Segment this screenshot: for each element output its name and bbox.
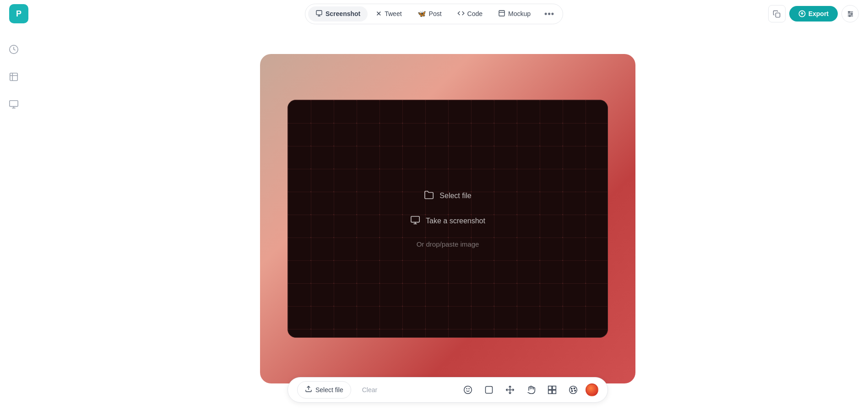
- tab-screenshot-label: Screenshot: [326, 10, 360, 17]
- tab-post[interactable]: 🦋 Post: [410, 6, 449, 21]
- folder-icon: [424, 190, 434, 202]
- take-screenshot-option[interactable]: Take a screenshot: [410, 215, 485, 227]
- svg-point-32: [574, 388, 575, 389]
- more-options-button[interactable]: •••: [539, 6, 560, 22]
- drop-paste-hint: Or drop/paste image: [417, 240, 479, 248]
- svg-rect-27: [553, 386, 556, 390]
- toolbar-clear-button[interactable]: Clear: [353, 383, 386, 397]
- select-file-option[interactable]: Select file: [424, 190, 471, 202]
- settings-button[interactable]: [841, 5, 859, 22]
- svg-point-9: [848, 11, 850, 12]
- svg-point-10: [851, 13, 852, 15]
- code-icon: [457, 10, 465, 18]
- svg-point-33: [575, 390, 576, 391]
- move-button[interactable]: [501, 381, 519, 399]
- sidebar-monitor-icon[interactable]: [5, 96, 22, 113]
- monitor-icon: [410, 215, 420, 227]
- app-logo[interactable]: P: [9, 4, 28, 23]
- toolbar-select-file-button[interactable]: Select file: [297, 381, 351, 399]
- mockup-icon: [498, 10, 505, 18]
- hand-button[interactable]: [522, 381, 540, 399]
- tab-tweet-label: Tweet: [385, 10, 401, 17]
- svg-point-11: [849, 15, 850, 16]
- bottom-toolbar: Select file Clear: [288, 377, 608, 403]
- tab-code[interactable]: Code: [450, 6, 490, 22]
- butterfly-icon: 🦋: [418, 10, 426, 18]
- export-label: Export: [808, 10, 829, 17]
- top-right-actions: Export: [768, 5, 859, 22]
- top-nav: P Screenshot ✕ Tweet 🦋 Post Code: [0, 0, 868, 27]
- main-canvas-area: Select file Take a screenshot Or drop/pa…: [27, 27, 868, 410]
- export-button[interactable]: Export: [789, 6, 838, 22]
- upload-icon: [305, 385, 312, 394]
- svg-point-30: [570, 386, 577, 394]
- frame-button[interactable]: [480, 381, 498, 399]
- toolbar-right: [459, 381, 598, 399]
- svg-point-31: [571, 388, 572, 389]
- svg-point-20: [464, 386, 472, 394]
- svg-rect-26: [548, 386, 552, 390]
- x-icon: ✕: [376, 10, 382, 18]
- tab-code-label: Code: [467, 10, 483, 17]
- clear-label: Clear: [362, 386, 377, 394]
- sidebar-command-icon[interactable]: [5, 69, 22, 85]
- copy-button[interactable]: [768, 5, 786, 22]
- svg-rect-29: [553, 390, 556, 394]
- tab-mockup-label: Mockup: [508, 10, 531, 17]
- sidebar-calendar-icon[interactable]: [5, 41, 22, 58]
- screenshot-icon: [315, 10, 323, 18]
- tab-mockup[interactable]: Mockup: [491, 6, 538, 22]
- tab-screenshot[interactable]: Screenshot: [308, 6, 368, 22]
- tab-tweet[interactable]: ✕ Tweet: [369, 6, 409, 21]
- drop-zone[interactable]: Select file Take a screenshot Or drop/pa…: [288, 100, 608, 338]
- svg-rect-3: [776, 13, 780, 17]
- svg-rect-28: [548, 390, 552, 394]
- svg-rect-1: [499, 11, 505, 16]
- svg-rect-16: [411, 216, 419, 222]
- layers-button[interactable]: [543, 381, 561, 399]
- toolbar-left: Select file Clear: [297, 381, 386, 399]
- tab-post-label: Post: [429, 10, 442, 17]
- toolbar-select-file-label: Select file: [315, 386, 343, 394]
- canvas-background: Select file Take a screenshot Or drop/pa…: [260, 54, 635, 383]
- take-screenshot-label: Take a screenshot: [426, 217, 485, 225]
- palette-button[interactable]: [564, 381, 582, 399]
- svg-rect-0: [316, 11, 322, 15]
- select-file-label: Select file: [439, 192, 471, 200]
- nav-tabs: Screenshot ✕ Tweet 🦋 Post Code Mockup: [305, 4, 563, 24]
- left-sidebar: [0, 27, 27, 410]
- emoji-button[interactable]: [459, 381, 477, 399]
- svg-point-34: [571, 390, 573, 392]
- svg-rect-13: [10, 101, 18, 107]
- svg-rect-23: [486, 387, 493, 394]
- color-swatch[interactable]: [586, 383, 598, 396]
